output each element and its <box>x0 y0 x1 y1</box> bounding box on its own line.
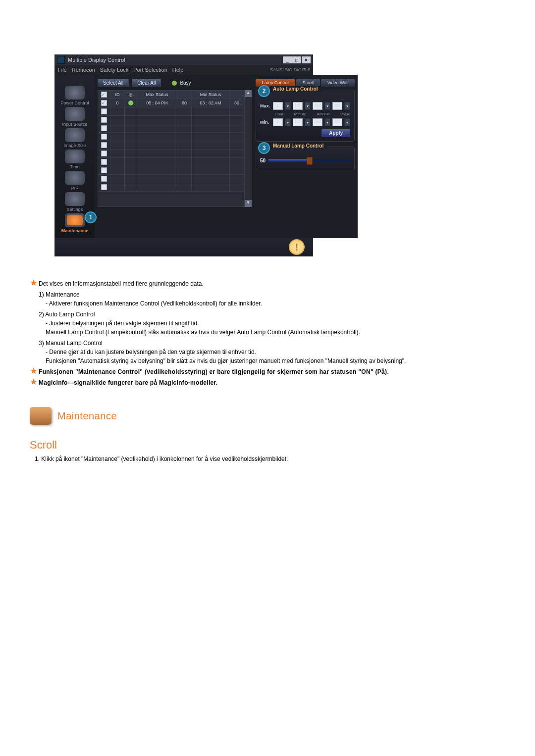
row-checkbox[interactable] <box>101 184 107 190</box>
manual-lamp-title: Manual Lamp Control <box>270 143 326 149</box>
image-size-icon <box>65 128 85 142</box>
chevron-down-icon[interactable]: ▾ <box>285 118 291 126</box>
titlebar: Multiple Display Control _ □ × <box>55 55 313 65</box>
max-ampm-select[interactable]: AM <box>313 102 322 110</box>
sidebar-item-imagesize[interactable]: Image Size <box>55 127 95 148</box>
row-maxvalue: 60 <box>177 99 192 107</box>
clear-all-button[interactable]: Clear All <box>132 79 161 87</box>
row-checkbox[interactable] <box>101 151 107 156</box>
apply-button[interactable]: Apply <box>321 129 350 137</box>
tab-video-wall[interactable]: Video Wall <box>321 79 355 87</box>
menu-help[interactable]: Help <box>172 67 184 73</box>
min-ampm-select[interactable]: AM <box>313 118 322 126</box>
header-checkbox[interactable] <box>101 92 107 98</box>
bold-note-2: MagicInfo—signalkilde fungerer bare på M… <box>39 378 217 387</box>
chevron-down-icon[interactable]: ▾ <box>285 102 291 110</box>
table-row <box>98 141 244 150</box>
minimize-icon[interactable]: _ <box>283 56 292 63</box>
window-title: Multiple Display Control <box>68 57 125 63</box>
chevron-down-icon[interactable]: ▾ <box>344 118 350 126</box>
table-row <box>98 150 244 158</box>
row-checkbox[interactable] <box>101 142 107 148</box>
row-checkbox[interactable] <box>101 159 107 165</box>
sidebar-item-power[interactable]: Power Control <box>55 85 95 105</box>
row-checkbox[interactable] <box>101 108 107 114</box>
chevron-down-icon[interactable]: ▾ <box>305 118 311 126</box>
maintenance-icon <box>65 213 85 227</box>
max-minute-select[interactable]: 00 <box>293 102 303 110</box>
chevron-down-icon[interactable]: ▾ <box>305 102 311 110</box>
menu-file[interactable]: File <box>58 67 67 73</box>
right-panel: Lamp Control Scroll Video Wall 2 Auto La… <box>255 75 358 238</box>
table-row <box>98 107 244 116</box>
star-bullet-icon: ★ <box>30 378 39 385</box>
row-checkbox[interactable] <box>101 117 107 123</box>
row-minstatus: 03 : 02 AM <box>192 99 230 107</box>
app-window: Multiple Display Control _ □ × File Remo… <box>54 54 313 256</box>
star-bullet-icon: ★ <box>30 367 39 374</box>
sidebar-item-input[interactable]: Input Source <box>55 106 95 127</box>
col-status-icon: ◎ <box>125 91 137 99</box>
menu-remocon[interactable]: Remocon <box>72 67 95 73</box>
slider-thumb-icon[interactable] <box>307 157 313 165</box>
min-hour-select[interactable]: 1 <box>273 118 283 126</box>
manual-lamp-group: 3 Manual Lamp Control 50 <box>256 147 355 170</box>
grid-scrollbar[interactable]: ▲ ▼ <box>245 90 252 207</box>
status-dot-icon <box>128 101 133 105</box>
manual-lamp-value: 50 <box>260 158 266 163</box>
row-minvalue: 80 <box>230 99 244 107</box>
maximize-icon[interactable]: □ <box>292 56 301 63</box>
sidebar-item-pip[interactable]: PIP <box>55 170 95 191</box>
max-hour-select[interactable]: 1 <box>273 102 283 110</box>
sidebar: Power Control Input Source Image Size Ti… <box>55 75 95 238</box>
busy-indicator-icon <box>172 81 177 86</box>
table-row <box>98 175 244 183</box>
chevron-down-icon[interactable]: ▾ <box>324 102 330 110</box>
table-row <box>98 183 244 192</box>
table-row <box>98 166 244 175</box>
max-value-select[interactable]: 50 <box>332 102 342 110</box>
manual-lamp-slider[interactable] <box>268 159 350 162</box>
time-icon <box>65 150 85 163</box>
sublabel-hour: Hour <box>275 112 283 116</box>
min-value-select[interactable]: 50 <box>332 118 342 126</box>
grid-header: ID ◎ Max Status Min Status <box>98 91 244 99</box>
sublabel-minute: Minute <box>294 112 306 116</box>
table-row <box>98 116 244 124</box>
sidebar-item-time[interactable]: Time <box>55 149 95 169</box>
row-checkbox[interactable] <box>101 176 107 182</box>
sidebar-item-maintenance[interactable]: 1 Maintenance <box>55 212 95 233</box>
sublabel-value: Value <box>340 112 350 116</box>
chevron-down-icon[interactable]: ▾ <box>324 118 330 126</box>
min-minute-select[interactable]: 00 <box>293 118 303 126</box>
busy-label: Busy <box>180 80 191 86</box>
input-source-icon <box>65 107 85 121</box>
app-icon <box>57 56 65 64</box>
settings-icon <box>65 192 85 206</box>
notes-section: ★ Det vises en informasjonstabell med fl… <box>30 279 505 387</box>
label-max: Max. <box>260 103 271 108</box>
row-checkbox[interactable] <box>101 134 107 140</box>
auto-lamp-title: Auto Lamp Control <box>270 86 321 92</box>
chevron-down-icon[interactable]: ▾ <box>344 102 350 110</box>
scroll-down-icon[interactable]: ▼ <box>245 200 252 207</box>
row-checkbox[interactable] <box>101 100 107 106</box>
row-maxstatus: 05 : 04 PM <box>137 99 177 107</box>
sublabel-ampm: AM/PM <box>317 112 329 116</box>
row-checkbox[interactable] <box>101 125 107 131</box>
list-item: 1) Maintenance - Aktiverer funksjonen Ma… <box>39 290 505 308</box>
tab-scroll[interactable]: Scroll <box>296 79 320 87</box>
callout-3: 3 <box>258 142 270 154</box>
sidebar-item-settings[interactable]: Settings <box>55 191 95 212</box>
scroll-up-icon[interactable]: ▲ <box>245 90 252 97</box>
col-minstatus: Min Status <box>192 91 230 99</box>
menu-safetylock[interactable]: Safety Lock <box>100 67 128 73</box>
power-icon <box>65 86 85 100</box>
row-checkbox[interactable] <box>101 167 107 173</box>
table-row[interactable]: 0 05 : 04 PM 60 03 : 02 AM 80 <box>98 99 244 107</box>
close-icon[interactable]: × <box>302 56 311 63</box>
subsection-title: Scroll <box>30 439 505 452</box>
select-all-button[interactable]: Select All <box>98 79 129 87</box>
section-heading: Maintenance <box>30 407 505 425</box>
menu-portselection[interactable]: Port Selection <box>133 67 167 73</box>
